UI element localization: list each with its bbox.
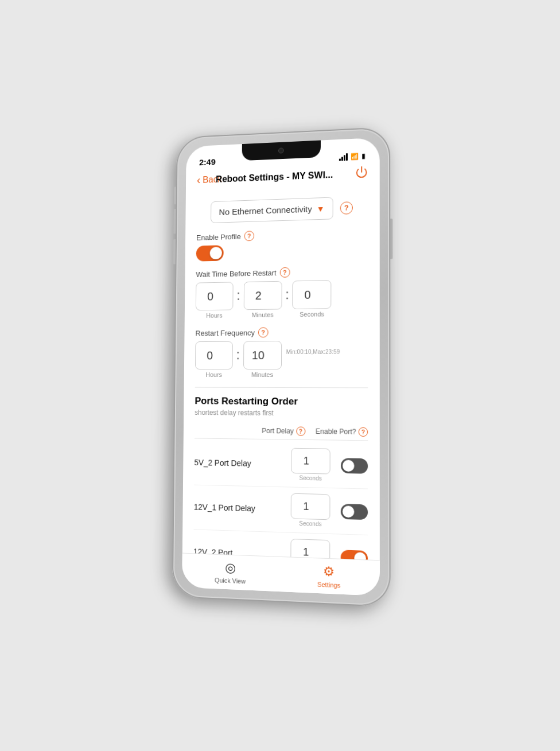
volume-up-button[interactable] bbox=[173, 208, 176, 233]
port-delay-field-1: Seconds bbox=[291, 493, 330, 527]
volume-down-button[interactable] bbox=[173, 239, 176, 264]
port-name-1: 12V_1 Port Delay bbox=[194, 501, 291, 515]
freq-hours-label: Hours bbox=[205, 371, 221, 378]
phone-frame: 2:49 📶 ▮ ‹ Back Reb bbox=[172, 126, 391, 607]
port-enable-toggle-0[interactable] bbox=[341, 457, 368, 473]
content-area: No Ethernet Connectivity ▼ ? Enable Prof… bbox=[182, 185, 380, 596]
wait-minutes-field: Minutes bbox=[243, 281, 282, 318]
power-button[interactable] bbox=[390, 218, 392, 259]
status-icons: 📶 ▮ bbox=[339, 151, 365, 161]
enable-profile-label: Enable Profile ? bbox=[196, 227, 368, 242]
wait-hours-field: Hours bbox=[196, 282, 234, 319]
wait-hours-label: Hours bbox=[206, 312, 222, 318]
wifi-icon: 📶 bbox=[351, 152, 359, 160]
port-delay-help-icon[interactable]: ? bbox=[296, 426, 305, 435]
toggle-knob bbox=[210, 247, 222, 259]
dropdown-arrow-icon: ▼ bbox=[317, 204, 325, 213]
phone-screen: 2:49 📶 ▮ ‹ Back Reb bbox=[182, 137, 380, 596]
status-time: 2:49 bbox=[199, 157, 216, 167]
freq-minutes-field: Minutes bbox=[243, 341, 282, 378]
port-table-header: Port Delay ? Enable Port? ? bbox=[195, 422, 368, 441]
wait-time-label: Wait Time Before Restart ? bbox=[196, 265, 368, 279]
tab-settings[interactable]: ⚙ Settings bbox=[279, 562, 380, 590]
dropdown-value: No Ethernet Connectivity bbox=[219, 204, 312, 216]
dropdown-help-icon[interactable]: ? bbox=[340, 201, 353, 214]
tab-quick-view-label: Quick View bbox=[215, 576, 246, 584]
port-delay-input-1[interactable] bbox=[291, 493, 330, 520]
phone-wrapper: 2:49 📶 ▮ ‹ Back Reb bbox=[160, 129, 400, 622]
camera bbox=[278, 147, 284, 153]
colon-separator-2: : bbox=[284, 286, 290, 302]
tab-quick-view[interactable]: ◎ Quick View bbox=[182, 558, 279, 586]
port-row: 5V_2 Port Delay Seconds bbox=[194, 441, 368, 489]
restart-freq-help-icon[interactable]: ? bbox=[258, 327, 269, 337]
page-title: Reboot Settings - MY SWI... bbox=[195, 168, 355, 185]
silent-button[interactable] bbox=[174, 186, 176, 204]
battery-icon: ▮ bbox=[361, 151, 365, 159]
notch bbox=[242, 140, 321, 161]
quick-view-icon: ◎ bbox=[225, 560, 236, 575]
power-icon[interactable] bbox=[355, 165, 368, 181]
wait-minutes-input[interactable] bbox=[243, 281, 282, 310]
wait-time-help-icon[interactable]: ? bbox=[279, 267, 290, 277]
freq-hours-field: Hours bbox=[195, 341, 233, 378]
wait-seconds-label: Seconds bbox=[300, 310, 324, 318]
tab-settings-label: Settings bbox=[317, 581, 341, 589]
port-toggle-knob-1 bbox=[343, 505, 355, 517]
dropdown-row: No Ethernet Connectivity ▼ ? bbox=[196, 196, 368, 223]
settings-icon: ⚙ bbox=[323, 563, 335, 579]
wait-minutes-label: Minutes bbox=[252, 311, 274, 318]
colon-separator-3: : bbox=[235, 347, 242, 363]
port-delay-field-0: Seconds bbox=[291, 448, 330, 481]
port-name-0: 5V_2 Port Delay bbox=[194, 457, 291, 469]
ethernet-dropdown[interactable]: No Ethernet Connectivity ▼ bbox=[211, 197, 333, 223]
port-enable-toggle-1[interactable] bbox=[341, 503, 368, 519]
freq-hint: Min:00:10,Max:23:59 bbox=[286, 348, 340, 355]
colon-separator-1: : bbox=[235, 287, 242, 303]
port-row: 12V_1 Port Delay Seconds bbox=[193, 485, 368, 535]
port-delay-input-0[interactable] bbox=[291, 448, 330, 474]
port-delay-label-1: Seconds bbox=[299, 520, 321, 527]
divider-1 bbox=[195, 387, 368, 388]
port-toggle-knob-0 bbox=[343, 459, 354, 471]
restart-freq-label: Restart Frequency ? bbox=[196, 326, 368, 338]
enable-profile-toggle[interactable] bbox=[196, 245, 224, 261]
restart-freq-group: Hours : Minutes Min:00:10,Max:23:59 bbox=[195, 340, 368, 378]
enable-profile-help-icon[interactable]: ? bbox=[244, 231, 255, 241]
freq-minutes-input[interactable] bbox=[243, 341, 282, 369]
freq-minutes-label: Minutes bbox=[251, 371, 273, 378]
wait-seconds-field: Seconds bbox=[293, 280, 332, 318]
wait-time-group: Hours : Minutes : Seconds bbox=[196, 279, 368, 318]
tab-bar: ◎ Quick View ⚙ Settings bbox=[182, 552, 380, 596]
wait-hours-input[interactable] bbox=[196, 282, 234, 310]
port-delay-label-0: Seconds bbox=[300, 474, 322, 481]
port-enable-help-icon[interactable]: ? bbox=[359, 427, 368, 437]
signal-icon bbox=[339, 153, 348, 161]
ports-subtitle: shortest delay restarts first bbox=[195, 408, 368, 418]
wait-seconds-input[interactable] bbox=[293, 280, 332, 309]
port-enable-header: Enable Port? ? bbox=[316, 426, 368, 436]
freq-hours-input[interactable] bbox=[195, 341, 233, 369]
ports-title: Ports Restarting Order bbox=[195, 395, 368, 408]
port-delay-header: Port Delay ? bbox=[262, 426, 305, 435]
